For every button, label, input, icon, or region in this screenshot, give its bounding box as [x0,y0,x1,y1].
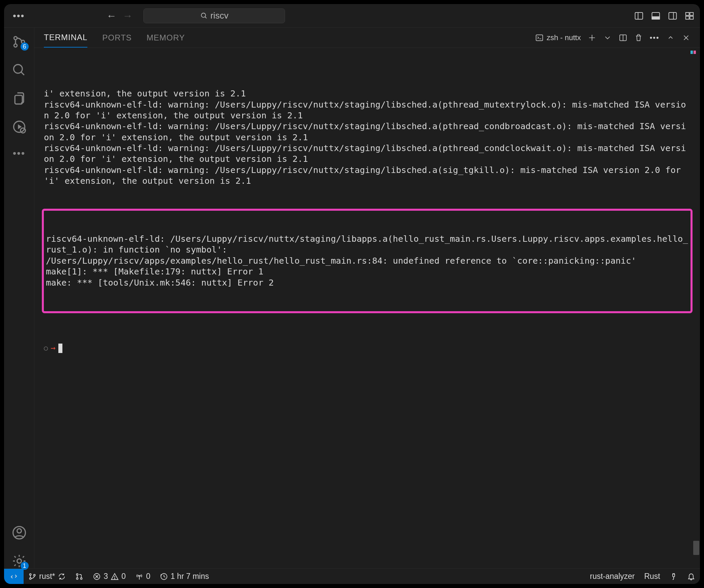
close-panel-icon[interactable] [682,33,691,42]
terminal-output: i' extension, the output version is 2.1 … [44,88,691,186]
highlighted-error-text: riscv64-unknown-elf-ld: /Users/Luppy/ris… [46,233,688,288]
prompt-status-icon: ○ [44,344,48,352]
maximize-panel-icon[interactable] [666,33,675,42]
svg-rect-8 [686,12,689,16]
nav-back-icon[interactable]: ← [106,10,116,22]
power-icon[interactable] [665,569,682,584]
terminal-cursor [58,344,62,353]
search-icon[interactable] [12,63,27,78]
terminal-prompt: ○ → [44,343,691,353]
tab-ports[interactable]: PORTS [102,28,132,47]
svg-point-22 [17,559,21,563]
svg-point-21 [17,529,21,533]
svg-point-33 [34,574,35,576]
explorer-icon[interactable] [12,91,27,106]
layout-panel-icon[interactable] [651,11,661,21]
ports-count: 0 [146,572,150,581]
accounts-icon[interactable] [12,525,27,540]
settings-gear-icon[interactable]: 1 [12,554,27,568]
branch-name: rust* [39,572,55,581]
svg-line-1 [205,17,206,18]
run-debug-icon[interactable] [12,119,27,134]
svg-point-32 [30,578,31,579]
layout-sidebar-left-icon[interactable] [634,11,644,21]
highlighted-error-block: riscv64-unknown-elf-ld: /Users/Luppy/ris… [42,209,693,313]
svg-point-42 [139,575,140,576]
body: 6 ••• 1 TERMINAL PORTS [4,28,700,568]
svg-point-41 [114,578,115,579]
svg-line-16 [21,72,24,75]
terminal-name: zsh - nuttx [546,33,581,42]
svg-point-15 [13,65,22,74]
svg-point-35 [77,578,78,579]
search-text: riscv [210,10,228,21]
command-center-search[interactable]: riscv [143,8,285,23]
svg-rect-11 [690,16,693,19]
terminal-dropdown-icon[interactable] [603,33,612,42]
notifications-icon[interactable] [682,569,700,584]
settings-badge: 1 [21,562,29,570]
remote-indicator[interactable] [4,569,24,584]
nav-buttons: ← → [106,10,133,22]
layout-sidebar-right-icon[interactable] [668,11,678,21]
layout-customize-icon[interactable] [684,11,695,21]
language-mode-item[interactable]: Rust [640,569,665,584]
scm-badge: 6 [21,42,29,51]
warning-count: 0 [121,572,126,581]
vscode-window: ••• ← → riscv 6 [4,4,700,584]
svg-rect-23 [536,35,543,40]
svg-point-12 [14,36,17,39]
tab-memory[interactable]: MEMORY [147,28,185,47]
search-icon [200,12,208,20]
svg-point-0 [201,13,205,17]
ports-item[interactable]: 0 [131,569,155,584]
kill-terminal-icon[interactable] [634,33,643,42]
terminal-content[interactable]: i' extension, the output version is 2.1 … [34,48,700,568]
git-branch-item[interactable]: rust* [24,569,71,584]
rust-analyzer-item[interactable]: rust-analyzer [585,569,640,584]
split-terminal-icon[interactable] [619,33,627,42]
svg-rect-6 [669,12,677,19]
error-count: 3 [104,572,108,581]
sync-icon[interactable] [58,572,66,581]
terminal-selector[interactable]: zsh - nuttx [535,33,581,42]
main-area: TERMINAL PORTS MEMORY zsh - nuttx ••• [34,28,700,568]
svg-rect-10 [686,16,689,19]
svg-point-36 [81,578,82,579]
source-control-icon[interactable]: 6 [12,34,27,49]
terminal-color-indicator [691,51,696,54]
tab-terminal[interactable]: TERMINAL [44,28,87,48]
nav-forward-icon[interactable]: → [122,10,133,22]
prompt-arrow-icon: → [51,343,55,353]
status-bar: rust* 3 0 0 1 hr 7 mins rust-analyzer Ru… [4,568,700,584]
panel-tab-bar: TERMINAL PORTS MEMORY zsh - nuttx ••• [34,28,700,48]
activity-bar: 6 ••• 1 [4,28,34,568]
svg-rect-5 [652,17,660,19]
svg-rect-9 [690,12,693,16]
window-controls-icon[interactable]: ••• [9,10,28,21]
titlebar: ••• ← → riscv [4,4,700,28]
problems-item[interactable]: 3 0 [88,569,131,584]
time-item[interactable]: 1 hr 7 mins [155,569,214,584]
svg-point-34 [77,574,78,575]
time-text: 1 hr 7 mins [171,572,209,581]
terminal-scrollbar-thumb[interactable] [693,541,699,555]
svg-rect-2 [635,12,643,19]
new-terminal-icon[interactable] [588,33,596,42]
svg-point-31 [30,574,31,575]
svg-point-13 [14,44,17,47]
pull-request-item[interactable] [71,569,88,584]
terminal-more-icon[interactable]: ••• [650,33,659,42]
activity-overflow-icon[interactable]: ••• [13,148,26,159]
titlebar-layout-controls [634,11,695,21]
terminal-actions: zsh - nuttx ••• [535,33,691,42]
